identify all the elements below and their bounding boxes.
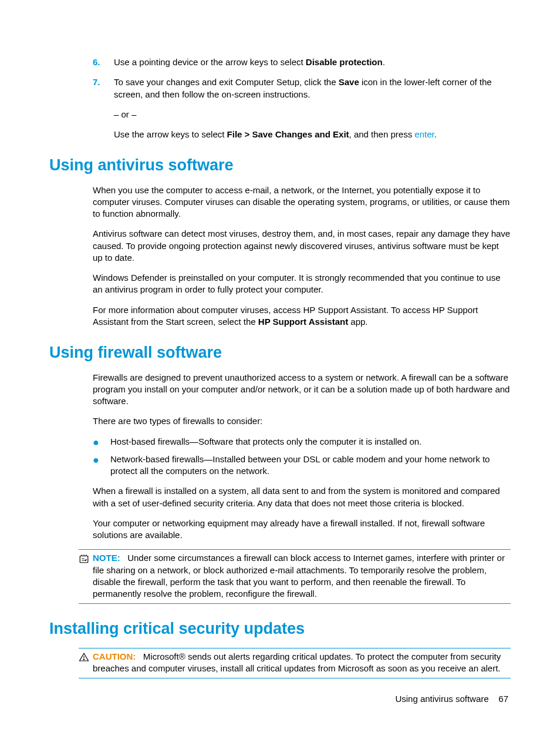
step-body: To save your changes and exit Computer S… bbox=[112, 76, 511, 140]
paragraph: There are two types of firewalls to cons… bbox=[49, 415, 511, 427]
note-icon bbox=[79, 552, 93, 600]
caution-label: CAUTION: bbox=[93, 651, 136, 661]
footer-text: Using antivirus software bbox=[395, 694, 488, 704]
paragraph: Firewalls are designed to prevent unauth… bbox=[49, 372, 511, 408]
svg-point-2 bbox=[83, 659, 84, 660]
page-number: 67 bbox=[498, 694, 508, 704]
paragraph: For more information about computer viru… bbox=[49, 304, 511, 328]
caution-icon bbox=[79, 651, 93, 675]
step-body: Use a pointing device or the arrow keys … bbox=[112, 56, 511, 68]
step-7: 7. To save your changes and exit Compute… bbox=[93, 76, 511, 140]
note-label: NOTE: bbox=[93, 553, 120, 563]
bold-text: Save bbox=[339, 77, 359, 87]
bold-text: Disable protection bbox=[306, 57, 383, 67]
note-body: NOTE: Under some circumstances a firewal… bbox=[93, 552, 511, 600]
text: . bbox=[434, 129, 437, 139]
note-callout: NOTE: Under some circumstances a firewal… bbox=[79, 549, 511, 604]
text: . bbox=[383, 57, 385, 67]
heading-firewall: Using firewall software bbox=[49, 342, 511, 363]
heading-antivirus: Using antivirus software bbox=[49, 154, 511, 176]
caution-callout: CAUTION: Microsoft® sends out alerts reg… bbox=[79, 648, 511, 679]
caution-text: Microsoft® sends out alerts regarding cr… bbox=[93, 651, 501, 673]
bold-text: File > Save Changes and Exit bbox=[227, 129, 349, 139]
list-item: ● Network-based firewalls—Installed betw… bbox=[93, 453, 511, 478]
ordered-steps: 6. Use a pointing device or the arrow ke… bbox=[49, 56, 511, 140]
text: To save your changes and exit Computer S… bbox=[114, 77, 339, 87]
bullet-icon: ● bbox=[93, 436, 110, 448]
paragraph: Windows Defender is preinstalled on your… bbox=[49, 272, 511, 296]
key-name: enter bbox=[414, 129, 434, 139]
or-separator: – or – bbox=[114, 109, 511, 120]
page-footer: Using antivirus software 67 bbox=[395, 693, 508, 705]
list-text: Network-based firewalls—Installed betwee… bbox=[110, 453, 511, 478]
paragraph: When a firewall is installed on a system… bbox=[49, 485, 511, 509]
step-number: 6. bbox=[93, 56, 112, 68]
text: Use the arrow keys to select bbox=[114, 129, 227, 139]
caution-body: CAUTION: Microsoft® sends out alerts reg… bbox=[93, 651, 511, 675]
svg-rect-0 bbox=[80, 556, 88, 563]
step-6: 6. Use a pointing device or the arrow ke… bbox=[93, 56, 511, 68]
paragraph: Antivirus software can detect most virus… bbox=[49, 228, 511, 264]
text: Use a pointing device or the arrow keys … bbox=[114, 57, 306, 67]
list-item: ● Host-based firewalls—Software that pro… bbox=[93, 436, 511, 448]
heading-updates: Installing critical security updates bbox=[49, 618, 511, 639]
paragraph: Your computer or networking equipment ma… bbox=[49, 518, 511, 542]
bullet-icon: ● bbox=[93, 453, 110, 478]
text: app. bbox=[348, 317, 367, 327]
paragraph: When you use the computer to access e-ma… bbox=[49, 184, 511, 220]
text: , and then press bbox=[349, 129, 415, 139]
step-number: 7. bbox=[93, 76, 112, 140]
bold-text: HP Support Assistant bbox=[258, 317, 348, 327]
bullet-list: ● Host-based firewalls—Software that pro… bbox=[49, 436, 511, 478]
document-page: 6. Use a pointing device or the arrow ke… bbox=[0, 0, 560, 678]
list-text: Host-based firewalls—Software that prote… bbox=[110, 436, 511, 448]
note-text: Under some circumstances a firewall can … bbox=[93, 553, 505, 599]
